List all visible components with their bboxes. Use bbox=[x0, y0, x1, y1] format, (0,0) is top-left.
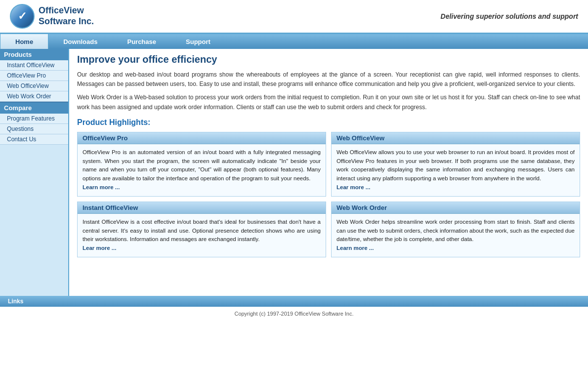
logo-icon: ✓ bbox=[10, 4, 35, 29]
learn-more-officeview-pro[interactable]: Learn more ... bbox=[83, 184, 120, 190]
product-card-web-work-order-body: Web Work Order helps streamline work ord… bbox=[332, 214, 580, 257]
links-label[interactable]: Links bbox=[8, 298, 23, 305]
product-card-web-officeview: Web OfficeView Web OfficeView allows you… bbox=[331, 132, 580, 197]
intro-text-2: Web Work Order is a Web-based solution t… bbox=[77, 93, 580, 112]
nav-home[interactable]: Home bbox=[0, 34, 48, 49]
sidebar-item-instant-officeview[interactable]: Instant OfficeView bbox=[0, 60, 68, 71]
sidebar-item-web-work-order[interactable]: Web Work Order bbox=[0, 91, 68, 102]
product-card-instant-officeview: Instant OfficeView Instant OfficeView is… bbox=[77, 202, 326, 257]
sidebar-item-web-officeview[interactable]: Web OfficeView bbox=[0, 81, 68, 91]
sidebar-item-contact-us[interactable]: Contact Us bbox=[0, 134, 68, 145]
content-area: Improve your office efficiency Our deskt… bbox=[69, 49, 588, 296]
product-card-web-work-order-header: Web Work Order bbox=[332, 202, 580, 214]
products-grid: OfficeView Pro OfficeView Pro is an auto… bbox=[77, 132, 580, 257]
highlights-title: Product Highlights: bbox=[77, 118, 580, 127]
navbar: Home Downloads Purchase Support bbox=[0, 34, 588, 49]
page-title: Improve your office efficiency bbox=[77, 54, 580, 65]
product-card-instant-officeview-header: Instant OfficeView bbox=[78, 202, 326, 214]
nav-downloads[interactable]: Downloads bbox=[48, 34, 112, 49]
sidebar-item-questions[interactable]: Questions bbox=[0, 124, 68, 134]
nav-purchase[interactable]: Purchase bbox=[112, 34, 171, 49]
tagline: Delivering superior solutions and suppor… bbox=[441, 12, 578, 20]
header: ✓ OfficeView Software Inc. Delivering su… bbox=[0, 0, 588, 34]
learn-more-web-officeview[interactable]: Lear more ... bbox=[336, 184, 370, 190]
sidebar-item-officeview-pro[interactable]: OfficeView Pro bbox=[0, 71, 68, 81]
logo-area: ✓ OfficeView Software Inc. bbox=[10, 4, 94, 29]
learn-more-web-work-order[interactable]: Learn more ... bbox=[336, 245, 374, 251]
intro-text-1: Our desktop and web-based in/out board p… bbox=[77, 70, 580, 89]
sidebar-item-program-features[interactable]: Program Features bbox=[0, 114, 68, 124]
product-card-web-officeview-header: Web OfficeView bbox=[332, 132, 580, 144]
product-card-officeview-pro-body: OfficeView Pro is an automated version o… bbox=[78, 144, 326, 196]
sidebar: Products Instant OfficeView OfficeView P… bbox=[0, 49, 69, 296]
product-card-officeview-pro-header: OfficeView Pro bbox=[78, 132, 326, 144]
copyright: Copyright (c) 1997-2019 OfficeView Softw… bbox=[0, 307, 588, 321]
learn-more-instant-officeview[interactable]: Lear more ... bbox=[83, 245, 116, 251]
sidebar-products-header[interactable]: Products bbox=[0, 49, 68, 60]
main-layout: Products Instant OfficeView OfficeView P… bbox=[0, 49, 588, 296]
product-card-web-work-order: Web Work Order Web Work Order helps stre… bbox=[331, 202, 580, 257]
product-card-instant-officeview-body: Instant OfficeView is a cost effective i… bbox=[78, 214, 326, 257]
nav-support[interactable]: Support bbox=[171, 34, 225, 49]
footer-links-bar: Links bbox=[0, 296, 588, 307]
product-card-officeview-pro: OfficeView Pro OfficeView Pro is an auto… bbox=[77, 132, 326, 197]
product-card-web-officeview-body: Web OfficeView allows you to use your we… bbox=[332, 144, 580, 196]
logo-text: OfficeView Software Inc. bbox=[39, 5, 94, 27]
sidebar-compare[interactable]: Compare bbox=[0, 102, 68, 114]
